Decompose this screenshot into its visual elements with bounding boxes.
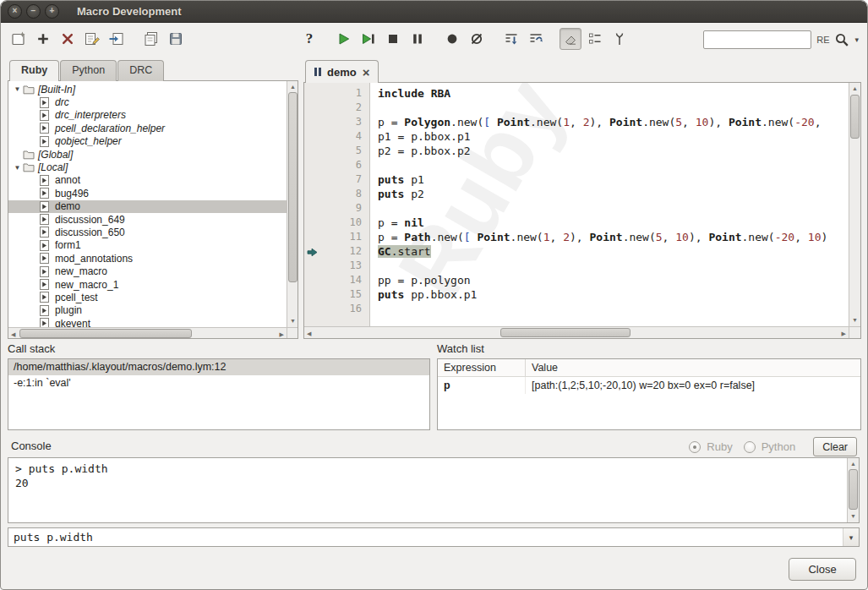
search-input[interactable] <box>703 30 811 49</box>
watch-row[interactable]: p[path:(1,2;5,10;-20,10) w=20 bx=0 ex=0 … <box>438 377 860 394</box>
scroll-down-icon[interactable]: ▼ <box>849 316 860 325</box>
scroll-up-icon[interactable]: ▲ <box>287 83 298 91</box>
editor-tab-demo[interactable]: demo × <box>305 60 379 83</box>
line-number-6[interactable]: 6 <box>304 159 369 173</box>
pause-button[interactable] <box>407 28 429 50</box>
scroll-left-icon[interactable]: ◀ <box>11 330 15 341</box>
console-vertical-scrollbar[interactable]: ▲ ▼ <box>847 458 859 522</box>
line-number-5[interactable]: 5 <box>304 145 369 159</box>
line-number-13[interactable]: 13 <box>304 259 369 274</box>
close-button[interactable]: Close <box>789 558 856 581</box>
tree-item-qkevent[interactable]: qkevent <box>8 317 287 327</box>
console-output[interactable]: > puts p.width20 <box>8 458 847 522</box>
tree-item-bug496[interactable]: bug496 <box>8 187 287 199</box>
expander-icon[interactable]: ▼ <box>12 85 23 93</box>
tree-item-discussion_649[interactable]: discussion_649 <box>8 213 287 226</box>
watch-column-value[interactable]: Value <box>526 359 564 376</box>
ruby-interpreter-radio[interactable] <box>689 441 701 453</box>
line-number-16[interactable]: 16 <box>304 303 369 317</box>
line-number-4[interactable]: 4 <box>304 130 369 145</box>
set-breakpoint-button[interactable] <box>441 28 463 50</box>
tree-item-pcell_declaration_helper[interactable]: pcell_declaration_helper <box>8 122 287 134</box>
line-number-3[interactable]: 3 <box>304 116 369 130</box>
help-button[interactable]: ? <box>298 28 320 50</box>
line-number-14[interactable]: 14 <box>304 274 369 288</box>
tree-item-annot[interactable]: annot <box>8 174 287 187</box>
stop-button[interactable] <box>382 28 404 50</box>
save-macro-button[interactable] <box>165 28 187 50</box>
titlebar[interactable]: × − + Macro Development <box>1 1 867 23</box>
import-macro-button[interactable] <box>106 28 128 50</box>
step-into-button[interactable] <box>500 28 522 50</box>
tab-drc[interactable]: DRC <box>117 60 164 81</box>
console-history-dropdown[interactable]: ▾ <box>843 528 859 546</box>
line-number-10[interactable]: 10 <box>304 216 369 231</box>
code-editor[interactable]: Ruby include RBAp = Polygon.new([ Point.… <box>371 83 849 326</box>
tab-ruby[interactable]: Ruby <box>9 60 59 81</box>
new-macro-button[interactable] <box>8 28 30 50</box>
tree-item-new_macro_1[interactable]: new_macro_1 <box>8 278 287 291</box>
tree-item-qobject_helper[interactable]: qobject_helper <box>8 135 287 148</box>
tree-item-global[interactable]: [Global] <box>8 148 287 161</box>
tree-item-mod_annotations[interactable]: mod_annotations <box>8 252 287 265</box>
tab-close-icon[interactable]: × <box>363 66 370 79</box>
rename-macro-button[interactable] <box>81 28 103 50</box>
scrollbar-thumb[interactable] <box>500 328 631 337</box>
eraser-button[interactable] <box>560 28 581 50</box>
tree-item-plugin[interactable]: plugin <box>8 304 287 317</box>
watch-column-expression[interactable]: Expression <box>438 359 526 376</box>
clear-breakpoints-button[interactable] <box>466 28 488 50</box>
tree-item-pcell_test[interactable]: pcell_test <box>8 291 287 303</box>
scrollbar-thumb[interactable] <box>19 329 192 338</box>
macro-tree[interactable]: ▼[Built-In]drcdrc_interpreterspcell_decl… <box>8 81 287 327</box>
tree-item-discussion_650[interactable]: discussion_650 <box>8 226 287 238</box>
line-number-12[interactable]: 12 <box>304 245 369 259</box>
editor-gutter[interactable]: 12345678910111213141516 <box>304 83 370 326</box>
console-input[interactable] <box>8 528 842 546</box>
tree-item-drc[interactable]: drc <box>8 96 287 108</box>
line-number-7[interactable]: 7 <box>304 173 369 188</box>
call-stack-item[interactable]: /home/matthias/.klayout/macros/demo.lym:… <box>8 359 429 375</box>
scroll-down-icon[interactable]: ▼ <box>287 317 298 325</box>
tab-python[interactable]: Python <box>60 60 117 81</box>
editor-vertical-scrollbar[interactable]: ▲ ▼ <box>849 83 860 326</box>
line-number-1[interactable]: 1 <box>304 87 369 101</box>
line-number-8[interactable]: 8 <box>304 188 369 202</box>
tree-item-drc_interpreters[interactable]: drc_interpreters <box>8 109 287 122</box>
regex-toggle[interactable]: RE <box>816 35 829 45</box>
save-all-macros-button[interactable] <box>140 28 162 50</box>
editor-horizontal-scrollbar[interactable]: ◀ ▶ <box>304 326 849 338</box>
search-options-dropdown[interactable]: ▾ <box>854 36 859 44</box>
window-maximize-button[interactable]: + <box>45 4 59 19</box>
tree-item-form1[interactable]: form1 <box>8 239 287 252</box>
line-number-11[interactable]: 11 <box>304 231 369 245</box>
scroll-up-icon[interactable]: ▲ <box>848 460 859 468</box>
window-minimize-button[interactable]: − <box>26 4 41 19</box>
python-interpreter-radio[interactable] <box>744 441 756 453</box>
clear-console-button[interactable]: Clear <box>813 437 857 456</box>
scroll-up-icon[interactable]: ▲ <box>849 85 860 93</box>
window-close-button[interactable]: × <box>8 4 22 19</box>
add-macro-button[interactable] <box>32 28 54 50</box>
tree-vertical-scrollbar[interactable]: ▲ ▼ <box>287 81 298 327</box>
scroll-right-icon[interactable]: ▶ <box>280 330 284 341</box>
run-from-current-line-button[interactable] <box>358 28 379 50</box>
line-number-2[interactable]: 2 <box>304 101 369 116</box>
tree-item-new_macro[interactable]: new_macro <box>8 265 287 277</box>
line-number-9[interactable]: 9 <box>304 202 369 216</box>
scroll-down-icon[interactable]: ▼ <box>848 512 859 521</box>
expander-icon[interactable]: ▼ <box>12 164 23 172</box>
scrollbar-thumb[interactable] <box>288 92 298 282</box>
scrollbar-thumb[interactable] <box>850 95 860 139</box>
tree-item-built-in[interactable]: ▼[Built-In] <box>8 83 287 96</box>
scroll-right-icon[interactable]: ▶ <box>842 329 846 340</box>
call-stack-list[interactable]: /home/matthias/.klayout/macros/demo.lym:… <box>8 358 430 430</box>
call-stack-item[interactable]: -e:1:in `eval' <box>8 375 429 391</box>
tree-item-demo[interactable]: demo <box>8 200 287 213</box>
watch-expressions-button[interactable] <box>609 28 631 50</box>
tree-item-local[interactable]: ▼[Local] <box>8 161 287 173</box>
scrollbar-thumb[interactable] <box>849 469 858 510</box>
step-over-button[interactable] <box>525 28 547 50</box>
line-number-15[interactable]: 15 <box>304 288 369 303</box>
properties-button[interactable] <box>584 28 606 50</box>
